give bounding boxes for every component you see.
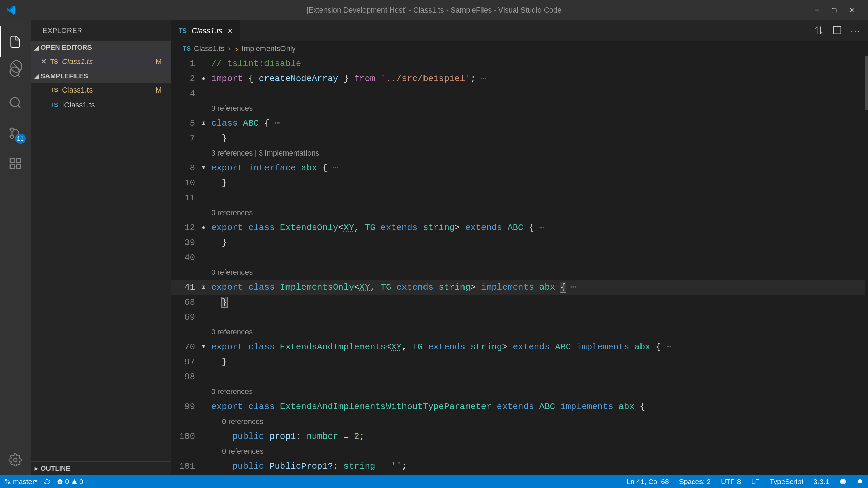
tok: = [338,431,354,442]
tok: from [354,74,375,84]
encoding[interactable]: UTF-8 [721,477,741,486]
search-activity-2[interactable] [0,87,31,118]
tok: PublicProp1? [264,461,333,471]
tok: TG [412,342,428,352]
codelens[interactable]: 0 references [211,325,253,340]
cursor-position[interactable]: Ln 41, Col 68 [627,477,669,486]
line-number: 68 [171,295,202,310]
tok: public [232,461,264,471]
line-number: 11 [171,190,202,205]
feedback-icon[interactable] [840,478,846,485]
tok: } [211,131,227,146]
outline-header[interactable]: ▸ OUTLINE [31,462,171,475]
codelens[interactable]: 0 references [211,444,263,459]
language-mode[interactable]: TypeScript [770,477,803,486]
errors-button[interactable]: 0 0 [57,477,83,486]
file-name: IClass1.ts [62,101,95,109]
tab-class1[interactable]: TS Class1.ts ✕ [171,20,241,41]
scm-activity[interactable]: 11 [0,118,31,148]
minimize-icon[interactable]: ─ [815,6,819,14]
codelens[interactable]: 3 references | 3 implementations [211,146,319,161]
fold-icon[interactable]: ⊞ [202,220,211,235]
status-bar: master* 0 0 Ln 41, Col 68 Spaces: 2 UTF-… [0,475,868,488]
tok: { [243,74,259,84]
minimap-scrollbar[interactable] [865,56,868,475]
tok: class [243,402,275,412]
modified-badge: M [156,57,162,66]
tok: class [211,118,238,128]
tok: string [418,223,455,233]
open-editors-header[interactable]: ◢ OPEN EDITORS [31,41,171,54]
codelens[interactable]: 0 references [211,265,253,280]
tok: ABC [502,223,529,233]
ts-version[interactable]: 3.3.1 [813,477,829,486]
maximize-icon[interactable]: ▢ [831,6,837,14]
close-editor-icon[interactable]: ✕ [41,57,47,66]
extensions-activity[interactable] [0,148,31,179]
eol[interactable]: LF [751,477,760,486]
tok: < [338,223,343,233]
breadcrumb-file[interactable]: Class1.ts [194,44,224,53]
git-branch[interactable]: master* [5,477,37,486]
tok: < [354,282,359,292]
file-name: Class1.ts [62,86,93,95]
tok: , [402,342,412,352]
indentation[interactable]: Spaces: 2 [679,477,711,486]
breadcrumb[interactable]: TS Class1.ts › ⬦ ImplementsOnly [171,41,868,56]
codelens[interactable]: 0 references [211,384,253,399]
compare-icon[interactable] [814,25,824,36]
explorer-activity[interactable] [0,26,31,57]
settings-activity[interactable] [0,445,31,475]
svg-point-23 [844,481,845,482]
svg-point-16 [5,479,7,481]
close-tab-icon[interactable]: ✕ [227,27,233,35]
svg-rect-10 [16,159,20,163]
tok: createNodeArray [259,74,338,84]
codelens[interactable]: 0 references [211,414,263,429]
tok: ExtendsOnly [275,223,338,233]
tok: ; [471,74,476,84]
fold-icon[interactable]: ⊞ [202,161,211,176]
folder-header[interactable]: ◢ SAMPLEFILES [31,69,171,83]
fold-icon[interactable]: ⊞ [202,71,211,86]
line-number: 100 [171,429,202,444]
search-activity[interactable] [0,57,31,87]
tok: '' [391,461,402,471]
line-number: 2 [171,71,202,86]
fold-icon[interactable]: ⊞ [202,280,211,295]
file-item-iclass1[interactable]: TS IClass1.ts [31,98,171,113]
tok: extends [465,223,502,233]
line-number: 8 [171,161,202,176]
typescript-icon: TS [50,102,58,109]
tok: abx [534,282,560,292]
line-number: 1 [171,56,202,71]
fold-icon[interactable]: ⊞ [202,340,211,354]
tok: { [640,402,645,412]
tok: export [211,223,243,233]
chevron-right-icon: ▸ [33,464,40,472]
fold-icon[interactable]: ⊞ [202,116,211,131]
svg-line-5 [18,105,20,108]
codelens[interactable]: 3 references [211,101,253,116]
more-icon[interactable]: ··· [851,25,861,36]
folder-label: SAMPLEFILES [41,72,88,80]
tok: abx [296,163,322,173]
codelens[interactable]: 0 references [211,205,253,220]
split-editor-icon[interactable] [832,25,842,36]
breadcrumb-symbol[interactable]: ImplementsOnly [242,44,296,53]
activity-bar: 11 [0,20,31,475]
tok: XY [343,223,354,233]
file-item-class1[interactable]: TS Class1.ts M [31,83,171,98]
sidebar-title: EXPLORER [31,20,171,41]
line-number: 97 [171,354,202,369]
tok: export [211,282,243,292]
tok: string [343,461,375,471]
code-editor[interactable]: 1// tslint:disable 2⊞import { createNode… [171,56,868,475]
sync-button[interactable] [44,479,50,485]
close-icon[interactable]: ✕ [849,6,854,14]
line-number: 12 [171,220,202,235]
tok: extends [428,342,465,352]
notifications-icon[interactable] [856,478,863,485]
open-editor-item[interactable]: ✕ TS Class1.ts M [31,54,171,69]
tok: > [455,223,465,233]
